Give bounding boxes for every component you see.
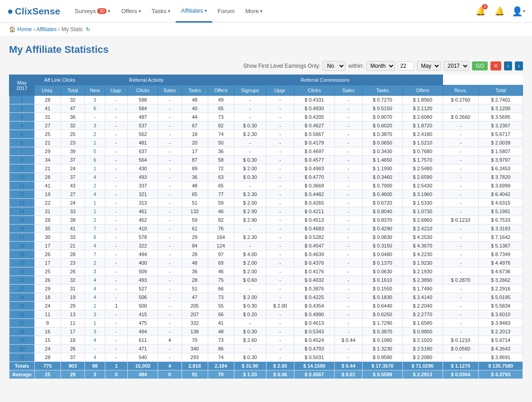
nav-more[interactable]: More ▾ xyxy=(240,0,268,23)
new-cell[interactable]: 6 xyxy=(85,104,105,113)
new-cell[interactable]: 2 xyxy=(85,216,105,224)
new-cell[interactable]: 7 xyxy=(85,250,105,259)
date-cell[interactable]: 12 xyxy=(9,190,35,199)
date-cell[interactable]: 22 xyxy=(9,276,35,285)
date-cell[interactable]: 14 xyxy=(9,207,35,216)
uniq-cell: 16 xyxy=(35,327,61,336)
new-cell[interactable]: 1 xyxy=(85,319,105,327)
breadcrumb-affiliates[interactable]: Affiliates xyxy=(36,26,56,33)
new-cell[interactable]: 4 xyxy=(85,276,105,285)
next-button[interactable]: › xyxy=(515,61,523,70)
date-cell[interactable]: 31 xyxy=(9,353,35,362)
date-cell[interactable]: 3 xyxy=(9,113,35,122)
new-cell[interactable]: 4 xyxy=(85,173,105,182)
new-cell[interactable]: 1 xyxy=(85,199,105,207)
date-cell[interactable]: 28 xyxy=(9,327,35,336)
offers-cell: 76 xyxy=(208,224,234,233)
new-cell[interactable]: 7 xyxy=(85,224,105,233)
new-cell[interactable]: 2 xyxy=(85,182,105,190)
new-cell[interactable]: 1 xyxy=(85,302,105,310)
date-cell[interactable]: 2 xyxy=(9,104,35,113)
date-cell[interactable]: 17 xyxy=(9,233,35,242)
new-cell[interactable]: 4 xyxy=(85,336,105,345)
new-cell[interactable]: 1 xyxy=(85,207,105,216)
date-cell[interactable]: 1 xyxy=(9,96,35,104)
date-cell[interactable]: 15 xyxy=(9,216,35,224)
sig-cell: $ 0.30 xyxy=(234,327,266,336)
uniq-cell: 29 xyxy=(35,147,61,156)
brand-logo[interactable]: ● ClixSense xyxy=(7,5,60,17)
prev-button[interactable]: ‹ xyxy=(504,61,512,70)
breadcrumb-home[interactable]: Home xyxy=(17,26,32,33)
period-select[interactable]: Month Week Day Year xyxy=(366,61,395,71)
new-cell[interactable]: 4 xyxy=(85,353,105,362)
upgr-cell: - xyxy=(105,276,128,285)
notifications-icon[interactable]: 🔔 2 xyxy=(474,5,487,18)
date-cell[interactable]: 4 xyxy=(9,122,35,130)
day-input[interactable] xyxy=(398,61,414,70)
date-cell[interactable]: 25 xyxy=(9,302,35,310)
new-cell[interactable]: 1 xyxy=(85,139,105,147)
nav-offers[interactable]: Offers ▾ xyxy=(116,0,146,23)
nav-affiliates[interactable]: Affiliates ▾ xyxy=(176,0,212,23)
ref-tasks-cell: $ 1.4650 xyxy=(363,156,403,164)
new-cell[interactable]: 6 xyxy=(85,156,105,164)
clear-button[interactable]: ✕ xyxy=(490,61,501,70)
upgr-cell: - xyxy=(105,113,128,122)
date-cell[interactable]: 26 xyxy=(9,310,35,319)
new-cell[interactable]: 4 xyxy=(85,190,105,199)
date-cell[interactable]: 5 xyxy=(9,130,35,139)
nav-surveys[interactable]: Surveys 30 ▾ xyxy=(69,0,116,23)
date-cell[interactable]: 29 xyxy=(9,336,35,345)
new-cell[interactable]: 4 xyxy=(85,285,105,293)
new-cell[interactable]: 3 xyxy=(85,267,105,276)
date-cell[interactable]: 11 xyxy=(9,182,35,190)
new-cell[interactable]: 4 xyxy=(85,242,105,250)
ref-tasks-cell: $ 0.0830 xyxy=(363,233,403,242)
new-cell[interactable]: 3 xyxy=(85,96,105,104)
refresh-icon[interactable]: ↻ xyxy=(86,26,90,33)
date-cell[interactable]: 27 xyxy=(9,319,35,327)
nav-forum[interactable]: Forum xyxy=(212,0,240,23)
user-avatar[interactable]: 👤 ▾ xyxy=(512,5,525,18)
new-cell[interactable]: - xyxy=(85,113,105,122)
offers-cell: 48 xyxy=(208,327,234,336)
new-cell[interactable]: 2 xyxy=(85,259,105,267)
nav-tasks[interactable]: Tasks ▾ xyxy=(146,0,176,23)
new-cell[interactable]: 1 xyxy=(85,164,105,173)
date-cell[interactable]: 9 xyxy=(9,164,35,173)
new-cell[interactable]: 4 xyxy=(85,293,105,302)
sig-upgr-cell: - xyxy=(266,285,294,293)
date-cell[interactable]: 16 xyxy=(9,224,35,233)
date-cell[interactable]: 20 xyxy=(9,259,35,267)
alerts-icon[interactable]: 🔔 xyxy=(493,5,506,18)
new-cell[interactable]: 6 xyxy=(85,233,105,242)
date-cell[interactable]: 23 xyxy=(9,285,35,293)
go-button[interactable]: GO xyxy=(472,61,488,70)
date-cell[interactable]: 24 xyxy=(9,293,35,302)
new-cell[interactable]: 2 xyxy=(85,130,105,139)
date-cell[interactable]: 6 xyxy=(9,139,35,147)
date-cell[interactable]: 18 xyxy=(9,242,35,250)
date-cell[interactable]: 21 xyxy=(9,267,35,276)
sig-upgr-header: Upgr. xyxy=(266,85,294,96)
date-cell[interactable]: 10 xyxy=(9,173,35,182)
date-cell[interactable]: 7 xyxy=(9,147,35,156)
new-cell[interactable]: 3 xyxy=(85,310,105,319)
new-cell[interactable]: 3 xyxy=(85,327,105,336)
date-cell[interactable]: 13 xyxy=(9,199,35,207)
ref-clicks-cell: $ 0.4513 xyxy=(294,216,335,224)
new-cell[interactable]: - xyxy=(85,345,105,353)
month-select[interactable]: JanFebMarApr MayJunJulAug SepOctNovDec xyxy=(417,61,441,71)
upgr-cell: - xyxy=(105,267,128,276)
date-cell[interactable]: 30 xyxy=(9,345,35,353)
total-cell: 47 xyxy=(61,104,85,113)
sig-upgr-cell: - xyxy=(266,104,294,113)
show-first-level-select[interactable]: No Yes xyxy=(323,61,345,71)
uniq-cell: 28 xyxy=(35,173,61,182)
new-cell[interactable]: 3 xyxy=(85,122,105,130)
date-cell[interactable]: 8 xyxy=(9,156,35,164)
year-select[interactable]: 2015201620172018 xyxy=(443,61,469,71)
date-cell[interactable]: 19 xyxy=(9,250,35,259)
new-cell[interactable]: 5 xyxy=(85,147,105,156)
